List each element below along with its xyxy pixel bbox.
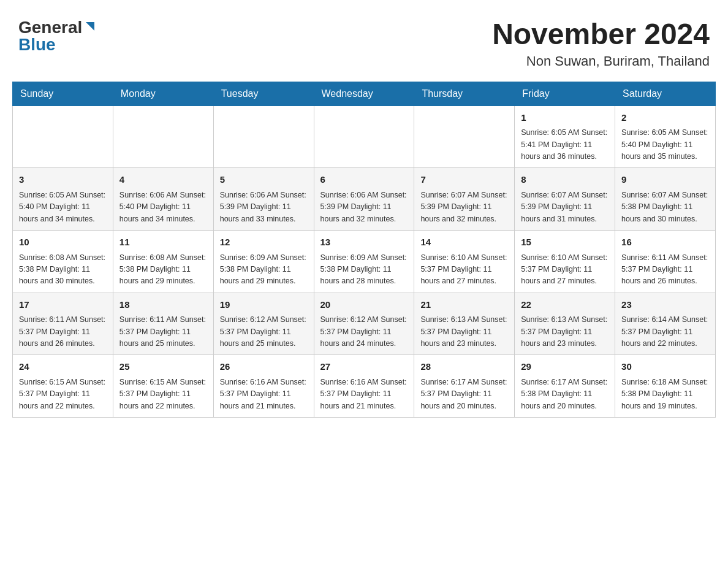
day-number: 7 bbox=[420, 173, 508, 187]
day-number: 17 bbox=[19, 298, 107, 312]
calendar-cell: 26Sunrise: 6:16 AM Sunset: 5:37 PM Dayli… bbox=[213, 355, 314, 418]
logo: General Blue bbox=[18, 18, 97, 55]
day-info: Sunrise: 6:12 AM Sunset: 5:37 PM Dayligh… bbox=[320, 314, 408, 350]
header-friday: Friday bbox=[515, 82, 615, 105]
header-monday: Monday bbox=[113, 82, 213, 105]
day-number: 4 bbox=[119, 173, 207, 187]
day-info: Sunrise: 6:09 AM Sunset: 5:38 PM Dayligh… bbox=[220, 252, 308, 288]
day-info: Sunrise: 6:08 AM Sunset: 5:38 PM Dayligh… bbox=[19, 252, 107, 288]
day-number: 2 bbox=[621, 111, 709, 125]
calendar-cell: 8Sunrise: 6:07 AM Sunset: 5:39 PM Daylig… bbox=[515, 168, 615, 231]
calendar-cell: 20Sunrise: 6:12 AM Sunset: 5:37 PM Dayli… bbox=[314, 293, 414, 355]
day-info: Sunrise: 6:18 AM Sunset: 5:38 PM Dayligh… bbox=[621, 377, 709, 412]
day-number: 8 bbox=[521, 173, 609, 187]
day-number: 9 bbox=[621, 173, 709, 187]
calendar-cell: 25Sunrise: 6:15 AM Sunset: 5:37 PM Dayli… bbox=[113, 355, 213, 418]
calendar-header-row: Sunday Monday Tuesday Wednesday Thursday… bbox=[13, 82, 716, 105]
day-info: Sunrise: 6:05 AM Sunset: 5:40 PM Dayligh… bbox=[621, 127, 709, 163]
logo-blue: Blue bbox=[18, 35, 56, 55]
day-info: Sunrise: 6:05 AM Sunset: 5:40 PM Dayligh… bbox=[19, 190, 107, 225]
calendar-cell: 24Sunrise: 6:15 AM Sunset: 5:37 PM Dayli… bbox=[13, 355, 113, 418]
day-number: 11 bbox=[119, 236, 207, 250]
calendar-cell: 19Sunrise: 6:12 AM Sunset: 5:37 PM Dayli… bbox=[213, 293, 314, 355]
day-info: Sunrise: 6:06 AM Sunset: 5:39 PM Dayligh… bbox=[220, 190, 308, 225]
calendar-cell: 7Sunrise: 6:07 AM Sunset: 5:39 PM Daylig… bbox=[414, 168, 515, 231]
calendar-cell: 2Sunrise: 6:05 AM Sunset: 5:40 PM Daylig… bbox=[615, 105, 716, 168]
calendar-cell: 1Sunrise: 6:05 AM Sunset: 5:41 PM Daylig… bbox=[515, 105, 615, 168]
day-info: Sunrise: 6:10 AM Sunset: 5:37 PM Dayligh… bbox=[420, 252, 508, 288]
week-row-5: 24Sunrise: 6:15 AM Sunset: 5:37 PM Dayli… bbox=[13, 355, 716, 418]
day-info: Sunrise: 6:07 AM Sunset: 5:39 PM Dayligh… bbox=[420, 190, 508, 225]
day-number: 24 bbox=[19, 360, 107, 374]
day-number: 16 bbox=[621, 236, 709, 250]
calendar-cell: 11Sunrise: 6:08 AM Sunset: 5:38 PM Dayli… bbox=[113, 231, 213, 293]
header-sunday: Sunday bbox=[13, 82, 113, 105]
day-info: Sunrise: 6:06 AM Sunset: 5:39 PM Dayligh… bbox=[320, 190, 408, 225]
day-number: 15 bbox=[521, 236, 609, 250]
day-number: 29 bbox=[521, 360, 609, 374]
calendar-cell: 6Sunrise: 6:06 AM Sunset: 5:39 PM Daylig… bbox=[314, 168, 414, 231]
day-info: Sunrise: 6:17 AM Sunset: 5:38 PM Dayligh… bbox=[521, 377, 609, 412]
subtitle: Non Suwan, Buriram, Thailand bbox=[492, 53, 710, 69]
day-info: Sunrise: 6:15 AM Sunset: 5:37 PM Dayligh… bbox=[19, 377, 107, 412]
day-info: Sunrise: 6:11 AM Sunset: 5:37 PM Dayligh… bbox=[119, 314, 207, 350]
calendar-cell: 18Sunrise: 6:11 AM Sunset: 5:37 PM Dayli… bbox=[113, 293, 213, 355]
page-header: General Blue November 2024 Non Suwan, Bu… bbox=[12, 12, 716, 69]
calendar-cell: 22Sunrise: 6:13 AM Sunset: 5:37 PM Dayli… bbox=[515, 293, 615, 355]
calendar-cell: 4Sunrise: 6:06 AM Sunset: 5:40 PM Daylig… bbox=[113, 168, 213, 231]
day-number: 6 bbox=[320, 173, 408, 187]
day-info: Sunrise: 6:09 AM Sunset: 5:38 PM Dayligh… bbox=[320, 252, 408, 288]
day-info: Sunrise: 6:14 AM Sunset: 5:37 PM Dayligh… bbox=[621, 314, 709, 350]
calendar-cell: 30Sunrise: 6:18 AM Sunset: 5:38 PM Dayli… bbox=[615, 355, 716, 418]
calendar-cell: 12Sunrise: 6:09 AM Sunset: 5:38 PM Dayli… bbox=[213, 231, 314, 293]
day-number: 14 bbox=[420, 236, 508, 250]
calendar-cell: 3Sunrise: 6:05 AM Sunset: 5:40 PM Daylig… bbox=[13, 168, 113, 231]
calendar-cell: 28Sunrise: 6:17 AM Sunset: 5:37 PM Dayli… bbox=[414, 355, 515, 418]
day-number: 3 bbox=[19, 173, 107, 187]
header-wednesday: Wednesday bbox=[314, 82, 414, 105]
main-title: November 2024 bbox=[492, 18, 710, 51]
header-saturday: Saturday bbox=[615, 82, 716, 105]
calendar-cell: 5Sunrise: 6:06 AM Sunset: 5:39 PM Daylig… bbox=[213, 168, 314, 231]
calendar-cell: 15Sunrise: 6:10 AM Sunset: 5:37 PM Dayli… bbox=[515, 231, 615, 293]
day-info: Sunrise: 6:12 AM Sunset: 5:37 PM Dayligh… bbox=[220, 314, 308, 350]
day-info: Sunrise: 6:13 AM Sunset: 5:37 PM Dayligh… bbox=[521, 314, 609, 350]
day-info: Sunrise: 6:05 AM Sunset: 5:41 PM Dayligh… bbox=[521, 127, 609, 163]
day-info: Sunrise: 6:16 AM Sunset: 5:37 PM Dayligh… bbox=[220, 377, 308, 412]
day-number: 23 bbox=[621, 298, 709, 312]
day-info: Sunrise: 6:11 AM Sunset: 5:37 PM Dayligh… bbox=[621, 252, 709, 288]
calendar-cell bbox=[113, 105, 213, 168]
day-number: 26 bbox=[220, 360, 308, 374]
day-number: 18 bbox=[119, 298, 207, 312]
day-number: 30 bbox=[621, 360, 709, 374]
calendar-cell: 16Sunrise: 6:11 AM Sunset: 5:37 PM Dayli… bbox=[615, 231, 716, 293]
calendar-cell: 17Sunrise: 6:11 AM Sunset: 5:37 PM Dayli… bbox=[13, 293, 113, 355]
header-tuesday: Tuesday bbox=[213, 82, 314, 105]
day-info: Sunrise: 6:16 AM Sunset: 5:37 PM Dayligh… bbox=[320, 377, 408, 412]
day-info: Sunrise: 6:07 AM Sunset: 5:39 PM Dayligh… bbox=[521, 190, 609, 225]
day-number: 5 bbox=[220, 173, 308, 187]
day-info: Sunrise: 6:17 AM Sunset: 5:37 PM Dayligh… bbox=[420, 377, 508, 412]
svg-marker-0 bbox=[86, 22, 94, 31]
day-info: Sunrise: 6:13 AM Sunset: 5:37 PM Dayligh… bbox=[420, 314, 508, 350]
week-row-2: 3Sunrise: 6:05 AM Sunset: 5:40 PM Daylig… bbox=[13, 168, 716, 231]
day-number: 22 bbox=[521, 298, 609, 312]
calendar-cell bbox=[314, 105, 414, 168]
calendar-cell bbox=[414, 105, 515, 168]
calendar-cell: 21Sunrise: 6:13 AM Sunset: 5:37 PM Dayli… bbox=[414, 293, 515, 355]
day-number: 12 bbox=[220, 236, 308, 250]
week-row-4: 17Sunrise: 6:11 AM Sunset: 5:37 PM Dayli… bbox=[13, 293, 716, 355]
day-info: Sunrise: 6:07 AM Sunset: 5:38 PM Dayligh… bbox=[621, 190, 709, 225]
day-info: Sunrise: 6:11 AM Sunset: 5:37 PM Dayligh… bbox=[19, 314, 107, 350]
day-info: Sunrise: 6:08 AM Sunset: 5:38 PM Dayligh… bbox=[119, 252, 207, 288]
logo-triangle-icon bbox=[83, 20, 97, 33]
day-number: 25 bbox=[119, 360, 207, 374]
day-number: 10 bbox=[19, 236, 107, 250]
calendar-cell: 27Sunrise: 6:16 AM Sunset: 5:37 PM Dayli… bbox=[314, 355, 414, 418]
calendar-cell: 23Sunrise: 6:14 AM Sunset: 5:37 PM Dayli… bbox=[615, 293, 716, 355]
calendar-cell: 13Sunrise: 6:09 AM Sunset: 5:38 PM Dayli… bbox=[314, 231, 414, 293]
calendar-table: Sunday Monday Tuesday Wednesday Thursday… bbox=[12, 82, 716, 418]
title-block: November 2024 Non Suwan, Buriram, Thaila… bbox=[492, 18, 710, 69]
day-number: 19 bbox=[220, 298, 308, 312]
calendar-cell bbox=[13, 105, 113, 168]
